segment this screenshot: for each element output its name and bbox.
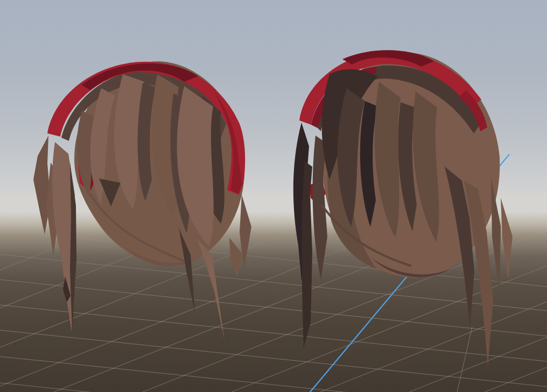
scene-viewport[interactable] bbox=[0, 0, 547, 392]
viewport-canvas[interactable] bbox=[0, 0, 547, 392]
